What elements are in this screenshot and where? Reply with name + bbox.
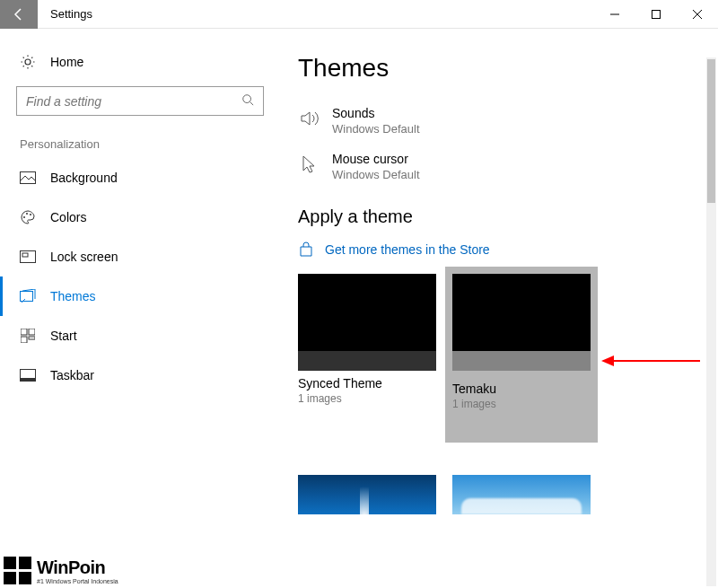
cursor-label: Mouse cursor: [332, 152, 420, 166]
gear-icon: [20, 54, 36, 70]
svg-point-2: [243, 94, 251, 102]
cursor-icon: [298, 154, 320, 175]
theme-thumbnail[interactable]: [298, 475, 436, 514]
theme-sub: 1 images: [298, 392, 436, 405]
start-icon: [20, 328, 36, 344]
theme-card[interactable]: Synced Theme 1 images: [298, 274, 436, 443]
svg-point-6: [26, 213, 28, 215]
cursor-value: Windows Default: [332, 168, 420, 181]
sidebar-item-label: Lock screen: [50, 250, 118, 264]
theme-name: Temaku: [452, 382, 591, 396]
sounds-label: Sounds: [332, 106, 420, 120]
svg-rect-9: [22, 253, 28, 257]
watermark-name: WinPoin: [37, 557, 118, 578]
cursor-setting[interactable]: Mouse cursor Windows Default: [298, 152, 718, 181]
scrollbar-thumb[interactable]: [707, 59, 715, 203]
svg-rect-14: [29, 337, 35, 339]
sidebar-item-label: Themes: [50, 289, 96, 303]
picture-icon: [20, 170, 36, 186]
watermark: WinPoin #1 Windows Portal Indonesia: [4, 557, 118, 584]
logo-icon: [4, 557, 31, 584]
store-link[interactable]: Get more themes in the Store: [298, 241, 718, 258]
theme-thumbnail: [452, 274, 591, 371]
sidebar-item-label: Colors: [50, 210, 86, 224]
back-button[interactable]: [0, 0, 38, 29]
sidebar-item-label: Background: [50, 171, 118, 185]
theme-thumbnail[interactable]: [452, 475, 591, 514]
palette-icon: [20, 209, 36, 225]
svg-rect-10: [21, 292, 33, 302]
theme-thumbnail: [298, 274, 436, 371]
sidebar-item-lockscreen[interactable]: Lock screen: [16, 237, 269, 276]
maximize-button[interactable]: [635, 0, 677, 29]
svg-point-5: [23, 216, 25, 218]
sidebar: Home Personalization Background Colors L…: [0, 29, 269, 588]
sidebar-item-colors[interactable]: Colors: [16, 197, 269, 237]
svg-line-3: [250, 101, 254, 105]
sidebar-item-start[interactable]: Start: [16, 316, 269, 355]
theme-card-selected[interactable]: Temaku 1 images: [452, 274, 591, 443]
search-icon: [241, 93, 254, 110]
minimize-button[interactable]: [594, 0, 635, 29]
sidebar-item-label: Taskbar: [50, 368, 94, 382]
taskbar-icon: [20, 367, 36, 383]
sidebar-item-label: Start: [50, 329, 77, 343]
titlebar: Settings: [0, 0, 718, 29]
main-panel: Themes Sounds Windows Default Mouse curs…: [269, 29, 718, 588]
sidebar-item-taskbar[interactable]: Taskbar: [16, 355, 269, 395]
svg-rect-4: [21, 172, 36, 184]
lockscreen-icon: [20, 249, 36, 265]
svg-rect-1: [652, 10, 661, 18]
svg-marker-18: [601, 355, 614, 366]
scrollbar[interactable]: [706, 57, 716, 586]
svg-rect-11: [21, 329, 27, 335]
sounds-icon: [298, 108, 320, 129]
sidebar-item-background[interactable]: Background: [16, 158, 269, 197]
svg-rect-12: [29, 329, 35, 335]
apply-theme-title: Apply a theme: [298, 206, 718, 227]
sidebar-item-themes[interactable]: Themes: [0, 276, 269, 316]
annotation-arrow: [601, 352, 700, 370]
watermark-tagline: #1 Windows Portal Indonesia: [37, 578, 118, 584]
svg-point-7: [30, 214, 31, 215]
home-link[interactable]: Home: [16, 47, 269, 86]
sounds-value: Windows Default: [332, 122, 420, 136]
svg-rect-16: [21, 378, 36, 382]
svg-rect-13: [21, 337, 27, 343]
theme-sub: 1 images: [452, 398, 591, 410]
search-field[interactable]: [26, 94, 241, 109]
store-icon: [298, 241, 314, 258]
section-label: Personalization: [16, 137, 269, 151]
home-label: Home: [50, 55, 83, 69]
close-button[interactable]: [677, 0, 718, 29]
window-controls: [594, 0, 718, 29]
store-link-label: Get more themes in the Store: [325, 242, 490, 257]
window-title: Settings: [50, 7, 92, 21]
theme-name: Synced Theme: [298, 376, 436, 391]
search-input[interactable]: [16, 86, 264, 116]
page-title: Themes: [298, 54, 718, 83]
sounds-setting[interactable]: Sounds Windows Default: [298, 106, 718, 136]
themes-icon: [20, 288, 36, 304]
